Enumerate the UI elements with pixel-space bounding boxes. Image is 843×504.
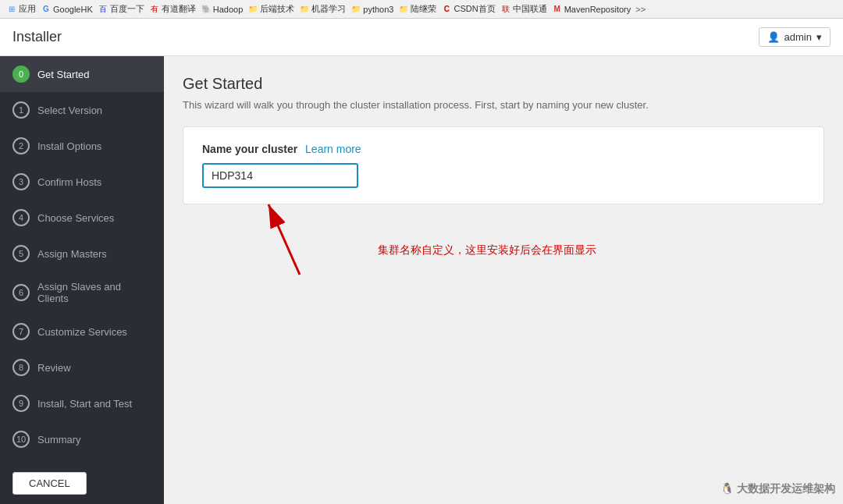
apps-label: 应用	[19, 3, 36, 15]
bookmark-maven[interactable]: M MavenRepository	[552, 4, 631, 15]
sidebar-item-install-start-test[interactable]: 9 Install, Start and Test	[0, 385, 164, 421]
step-circle-0: 0	[12, 66, 30, 83]
sidebar-item-summary[interactable]: 10 Summary	[0, 421, 164, 457]
app-title: Installer	[12, 29, 62, 45]
lu-icon: 📁	[398, 4, 409, 15]
bookmark-csdn[interactable]: C CSDN首页	[441, 3, 495, 15]
youdao-label: 有道翻译	[162, 3, 196, 15]
bookmark-lu[interactable]: 📁 陆继荣	[398, 3, 436, 15]
unicom-icon: 联	[500, 4, 511, 15]
browser-toolbar: ⊞ 应用 G GoogleHK 百 百度一下 有 有道翻译 🐘 Hadoop 📁…	[0, 0, 843, 19]
user-menu-button[interactable]: 👤 admin ▾	[759, 27, 831, 47]
step-circle-9: 9	[12, 395, 30, 412]
csdn-icon: C	[441, 4, 452, 15]
step-circle-7: 7	[12, 323, 30, 340]
page-subtitle: This wizard will walk you through the cl…	[183, 99, 824, 111]
cancel-button[interactable]: CANCEL	[12, 472, 87, 495]
backend-icon: 📁	[247, 4, 258, 15]
ml-icon: 📁	[299, 4, 310, 15]
sidebar-label-get-started: Get Started	[37, 69, 89, 80]
svg-line-1	[269, 204, 300, 275]
sidebar-item-customize-services[interactable]: 7 Customize Services	[0, 314, 164, 350]
sidebar-item-choose-services[interactable]: 4 Choose Services	[0, 200, 164, 236]
step-circle-6: 6	[12, 284, 30, 301]
bookmark-baidu[interactable]: 百 百度一下	[98, 3, 144, 15]
learn-more-link[interactable]: Learn more	[305, 143, 361, 155]
sidebar-label-install-start-test: Install, Start and Test	[37, 398, 132, 410]
step-circle-3: 3	[12, 173, 30, 190]
lu-label: 陆继荣	[411, 3, 436, 15]
google-icon: G	[41, 4, 52, 15]
unicom-label: 中国联通	[513, 3, 547, 15]
sidebar-item-get-started[interactable]: 0 Get Started	[0, 56, 164, 92]
google-label: GoogleHK	[53, 5, 93, 14]
bookmark-unicom[interactable]: 联 中国联通	[500, 3, 547, 15]
user-caret-icon: ▾	[816, 31, 822, 43]
step-circle-10: 10	[12, 431, 30, 448]
field-label: Name your cluster Learn more	[202, 143, 805, 155]
sidebar-label-summary: Summary	[37, 434, 81, 445]
sidebar-label-select-version: Select Version	[37, 105, 102, 116]
youdao-icon: 有	[149, 4, 160, 15]
step-circle-4: 4	[12, 209, 30, 226]
csdn-label: CSDN首页	[454, 3, 495, 15]
apps-icon: ⊞	[6, 4, 17, 15]
sidebar-label-assign-slaves: Assign Slaves and Clients	[37, 281, 151, 304]
bookmark-ml[interactable]: 📁 机器学习	[299, 3, 346, 15]
annotation-text: 集群名称自定义，这里安装好后会在界面显示	[378, 243, 596, 257]
bookmark-backend[interactable]: 📁 后端技术	[247, 3, 294, 15]
main-layout: 0 Get Started 1 Select Version 2 Install…	[0, 56, 843, 504]
step-circle-1: 1	[12, 101, 30, 119]
sidebar-label-customize-services: Customize Services	[37, 326, 127, 338]
bookmarks-bar: ⊞ 应用 G GoogleHK 百 百度一下 有 有道翻译 🐘 Hadoop 📁…	[6, 3, 646, 15]
sidebar-footer: CANCEL	[0, 463, 164, 504]
sidebar-label-install-options: Install Options	[37, 140, 101, 152]
user-icon: 👤	[767, 31, 780, 43]
sidebar-label-confirm-hosts: Confirm Hosts	[37, 176, 101, 188]
sidebar-item-install-options[interactable]: 2 Install Options	[0, 128, 164, 164]
sidebar-label-choose-services: Choose Services	[37, 212, 114, 224]
maven-label: MavenRepository	[564, 5, 631, 14]
sidebar-label-review: Review	[37, 362, 71, 374]
sidebar: 0 Get Started 1 Select Version 2 Install…	[0, 56, 164, 504]
sidebar-item-assign-slaves[interactable]: 6 Assign Slaves and Clients	[0, 272, 164, 314]
bookmark-apps[interactable]: ⊞ 应用	[6, 3, 36, 15]
red-arrow-svg	[253, 181, 378, 282]
step-circle-2: 2	[12, 137, 30, 154]
ml-label: 机器学习	[311, 3, 346, 15]
hadoop-icon: 🐘	[201, 4, 212, 15]
step-circle-8: 8	[12, 359, 30, 376]
page-title: Get Started	[183, 75, 824, 93]
app-header: Installer 👤 admin ▾	[0, 19, 843, 56]
step-circle-5: 5	[12, 245, 30, 262]
hadoop-label: Hadoop	[213, 5, 244, 14]
field-label-text: Name your cluster	[202, 143, 297, 155]
sidebar-item-confirm-hosts[interactable]: 3 Confirm Hosts	[0, 164, 164, 200]
python-label: python3	[363, 5, 393, 14]
bookmark-google[interactable]: G GoogleHK	[41, 4, 93, 15]
bookmark-hadoop[interactable]: 🐘 Hadoop	[201, 4, 244, 15]
sidebar-label-assign-masters: Assign Masters	[37, 248, 107, 260]
sidebar-item-select-version[interactable]: 1 Select Version	[0, 92, 164, 128]
baidu-label: 百度一下	[110, 3, 144, 15]
backend-label: 后端技术	[260, 3, 294, 15]
user-label: admin	[784, 31, 812, 43]
annotation-overlay: 集群名称自定义，这里安装好后会在界面显示	[183, 204, 824, 314]
more-bookmarks-button[interactable]: >>	[635, 5, 646, 14]
bookmark-youdao[interactable]: 有 有道翻译	[149, 3, 196, 15]
python-icon: 📁	[350, 4, 361, 15]
baidu-icon: 百	[98, 4, 108, 15]
bookmark-python[interactable]: 📁 python3	[350, 4, 393, 15]
content-area: Get Started This wizard will walk you th…	[164, 56, 843, 504]
sidebar-item-assign-masters[interactable]: 5 Assign Masters	[0, 236, 164, 272]
maven-icon: M	[552, 4, 563, 15]
sidebar-item-review[interactable]: 8 Review	[0, 350, 164, 385]
